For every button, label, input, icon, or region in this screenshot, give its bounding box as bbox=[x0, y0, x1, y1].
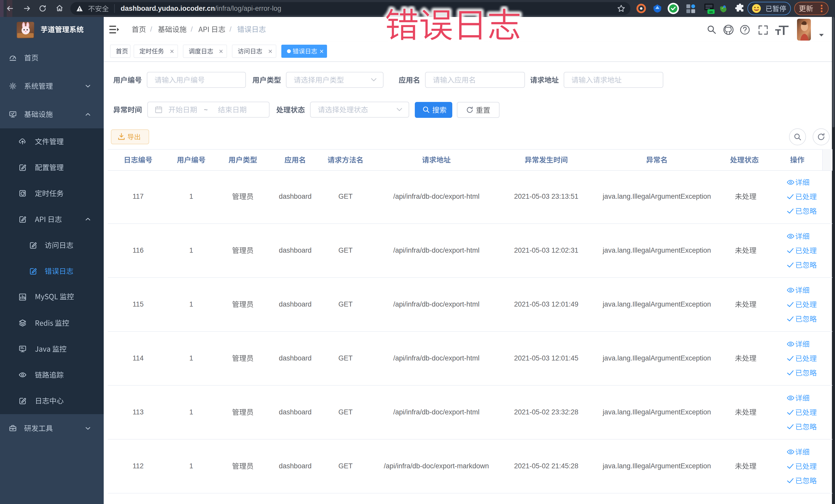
svg-text:on: on bbox=[709, 10, 713, 13]
